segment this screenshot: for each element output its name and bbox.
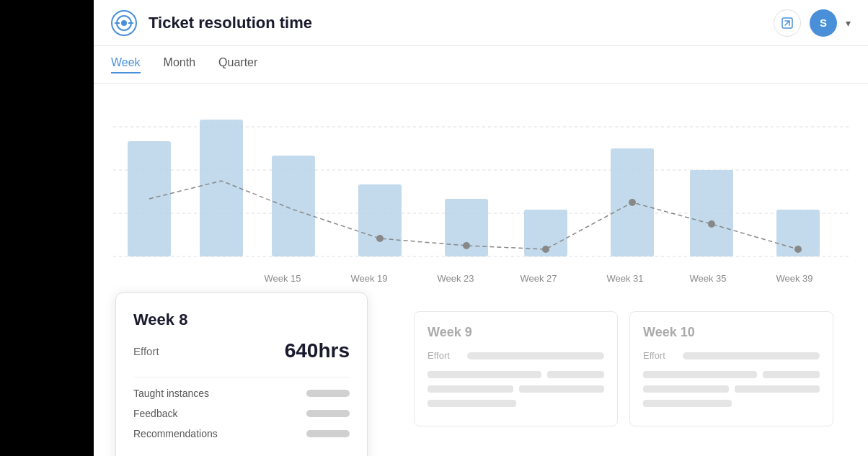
export-button[interactable] (774, 9, 801, 37)
tooltip-divider (133, 377, 350, 377)
chart-container: Week 15 Week 19 Week 23 Week 27 Week 31 … (111, 98, 851, 300)
block (428, 371, 541, 378)
week-card-9-title: Week 9 (428, 325, 604, 340)
week-card-10: Week 10 Effort (629, 311, 833, 426)
svg-text:Week 39: Week 39 (776, 273, 812, 284)
week-card-10-effort: Effort (643, 350, 820, 361)
block (735, 385, 820, 393)
svg-text:Week 27: Week 27 (520, 273, 557, 284)
chevron-down-icon[interactable]: ▾ (846, 17, 851, 29)
tooltip-row-taught: Taught instances (133, 388, 350, 399)
svg-text:Week 31: Week 31 (606, 273, 643, 284)
tooltip-week-label: Week 8 (133, 310, 350, 329)
week-card-10-row2 (643, 385, 820, 393)
tab-month[interactable]: Month (164, 56, 195, 73)
tooltip-recommendations-bar (306, 430, 350, 437)
svg-text:Week 15: Week 15 (264, 273, 301, 284)
chart-area: Week 15 Week 19 Week 23 Week 27 Week 31 … (94, 84, 868, 456)
tab-quarter[interactable]: Quarter (218, 56, 257, 73)
svg-text:Week 35: Week 35 (689, 273, 726, 284)
svg-point-22 (629, 199, 636, 206)
header-actions: S ▾ (774, 9, 851, 37)
svg-rect-12 (272, 156, 315, 256)
left-sidebar (0, 0, 94, 456)
block (643, 385, 729, 393)
tooltip-effort-row: Effort 640hrs (133, 339, 350, 362)
main-content: Ticket resolution time S ▾ Week Month Qu… (94, 0, 868, 456)
svg-rect-11 (200, 120, 243, 256)
svg-text:Week 23: Week 23 (437, 273, 474, 284)
svg-point-23 (708, 220, 715, 228)
week-card-9-effort: Effort (428, 350, 604, 361)
tooltip-taught-label: Taught instances (133, 388, 209, 399)
tooltip-row-feedback: Feedback (133, 408, 350, 419)
tooltip-feedback-bar (306, 410, 350, 417)
week-card-9-row1 (428, 371, 604, 378)
block (643, 371, 757, 378)
user-avatar[interactable]: S (810, 9, 837, 37)
week-card-9-effort-label: Effort (428, 350, 460, 361)
tab-week[interactable]: Week (111, 56, 141, 73)
block (519, 385, 605, 393)
week-card-9: Week 9 Effort (414, 311, 618, 426)
block (428, 400, 516, 407)
week-card-10-title: Week 10 (643, 325, 820, 340)
tooltip-row-recommendations: Recommendations (133, 428, 350, 439)
week-card-10-effort-bar (683, 352, 820, 359)
page-title: Ticket resolution time (149, 14, 774, 32)
week-card-9-effort-bar (467, 352, 604, 359)
tab-bar: Week Month Quarter (94, 46, 868, 84)
week-card-10-effort-label: Effort (643, 350, 676, 361)
header-logo (111, 10, 137, 36)
week-card-9-row3 (428, 400, 604, 407)
week-card-10-row1 (643, 371, 820, 378)
svg-rect-17 (690, 170, 733, 256)
svg-rect-13 (358, 184, 402, 256)
svg-point-2 (121, 20, 127, 26)
svg-point-21 (542, 246, 549, 253)
tooltip-effort-label: Effort (133, 345, 159, 357)
block (547, 371, 604, 378)
svg-point-24 (794, 246, 802, 253)
block (643, 400, 732, 407)
week-card-10-row3 (643, 400, 820, 407)
header: Ticket resolution time S ▾ (94, 0, 868, 46)
tooltip-recommendations-label: Recommendations (133, 428, 218, 439)
svg-point-20 (463, 242, 470, 249)
tooltip-card: Week 8 Effort 640hrs Taught instances Fe… (115, 292, 368, 456)
week-card-9-row2 (428, 385, 604, 393)
tooltip-taught-bar (306, 390, 350, 397)
block (763, 371, 820, 378)
svg-point-19 (376, 235, 384, 242)
tooltip-effort-value: 640hrs (285, 339, 350, 362)
tooltip-feedback-label: Feedback (133, 408, 177, 419)
block (428, 385, 513, 393)
svg-text:Week 19: Week 19 (350, 273, 387, 284)
